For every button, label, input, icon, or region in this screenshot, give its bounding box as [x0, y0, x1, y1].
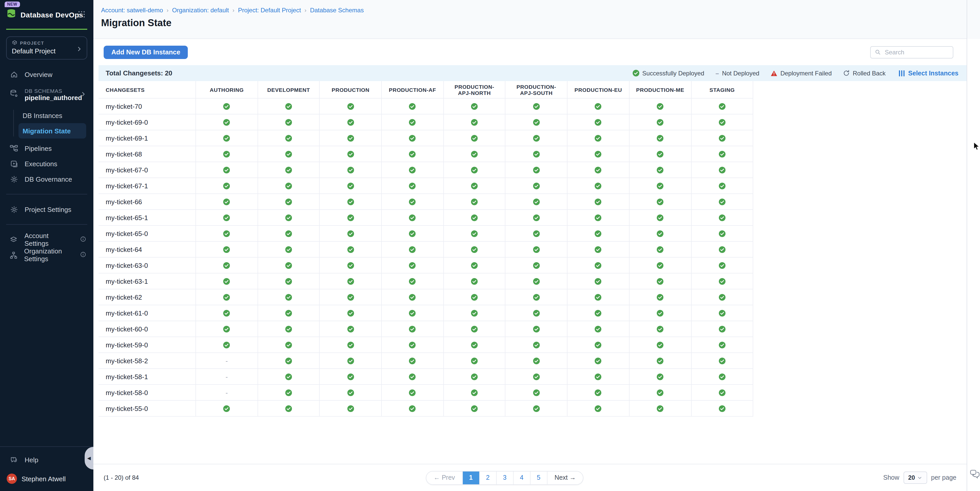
success-check-icon	[533, 358, 540, 364]
status-cell	[258, 337, 320, 353]
search-box[interactable]	[870, 46, 953, 58]
status-cell	[506, 369, 568, 385]
status-cell	[568, 99, 629, 114]
page-size-select[interactable]: 20	[903, 472, 927, 484]
page-size-group: Show 20 per page	[883, 472, 956, 484]
page-number-button[interactable]: 5	[530, 471, 547, 484]
status-cell	[506, 114, 568, 130]
status-cell	[320, 289, 382, 305]
status-cell	[320, 99, 382, 114]
success-check-icon	[347, 373, 354, 380]
status-cell	[506, 210, 568, 226]
legend-label: Not Deployed	[722, 70, 759, 77]
next-page-button[interactable]: Next →	[547, 471, 583, 484]
apps-grid-icon[interactable]	[78, 11, 85, 20]
success-check-icon	[657, 151, 663, 157]
brand-divider	[6, 29, 87, 30]
success-check-icon	[471, 358, 478, 364]
breadcrumb-link[interactable]: Organization: default	[172, 7, 229, 14]
page-number-button[interactable]: 4	[513, 471, 530, 484]
status-cell	[258, 226, 320, 242]
status-cell	[691, 130, 753, 146]
status-cell	[320, 353, 382, 369]
legend-label: Rolled Back	[853, 70, 886, 77]
status-cell	[568, 242, 629, 257]
info-icon[interactable]	[80, 251, 86, 259]
status-cell	[258, 353, 320, 369]
sidebar-item-overview[interactable]: Overview	[0, 67, 93, 82]
sidebar-item-db-schemas[interactable]: DB SCHEMAS pipeline_authored	[0, 84, 93, 105]
success-check-icon	[533, 151, 540, 157]
column-header: DEVELOPMENT	[258, 81, 320, 99]
status-cell	[568, 401, 629, 416]
table-header-row: CHANGESETSAUTHORINGDEVELOPMENTPRODUCTION…	[99, 81, 753, 99]
sidebar-item-migration-state[interactable]: Migration State	[19, 123, 86, 138]
sidebar-item-project-settings[interactable]: Project Settings	[0, 202, 93, 217]
help-button[interactable]: ? Help	[0, 452, 93, 467]
breadcrumb-link[interactable]: Database Schemas	[310, 7, 364, 14]
user-menu[interactable]: SA Stephen Atwell	[0, 467, 93, 491]
breadcrumb-link[interactable]: Account: satwell-demo	[101, 7, 163, 14]
sidebar-item-organization-settings[interactable]: Organization Settings	[0, 247, 93, 263]
breadcrumb-link[interactable]: Project: Default Project	[238, 7, 301, 14]
status-cell	[258, 257, 320, 273]
status-cell	[444, 130, 506, 146]
success-check-icon	[471, 103, 478, 110]
success-check-icon	[471, 405, 478, 412]
status-cell	[320, 257, 382, 273]
success-check-icon	[657, 262, 663, 269]
page-number-button[interactable]: 1	[462, 471, 479, 484]
status-cell	[630, 146, 691, 162]
column-header: PRODUCTION	[320, 81, 382, 99]
success-check-icon	[595, 310, 601, 316]
status-cell	[630, 369, 691, 385]
sidebar-item-db-governance[interactable]: DB Governance	[0, 172, 93, 187]
sidebar-item-db-instances[interactable]: DB Instances	[19, 108, 86, 123]
status-cell	[258, 210, 320, 226]
success-check-icon	[223, 103, 230, 110]
table-row: my-ticket-69-0	[99, 114, 753, 130]
success-check-icon	[719, 198, 725, 205]
right-edge-strip	[967, 0, 980, 491]
search-icon	[875, 49, 881, 56]
sidebar-item-pipelines[interactable]: Pipelines	[0, 141, 93, 156]
page-number-button[interactable]: 2	[479, 471, 496, 484]
legend-item: Deployment Failed	[771, 70, 832, 77]
db-schemas-subnav: DB Instances Migration State	[0, 108, 93, 138]
sidebar-item-executions[interactable]: Executions	[0, 156, 93, 172]
success-check-icon	[719, 342, 725, 348]
status-cell	[506, 289, 568, 305]
sidebar-item-account-settings[interactable]: Account Settings	[0, 232, 93, 247]
table-row: my-ticket-69-1	[99, 130, 753, 146]
status-cell: -	[196, 353, 258, 369]
governance-gear-icon	[10, 175, 18, 183]
status-cell	[196, 337, 258, 353]
legend-label: Successfully Deployed	[643, 70, 704, 77]
success-check-icon	[595, 405, 601, 412]
status-cell	[196, 226, 258, 242]
select-instances-button[interactable]: Select Instances	[899, 70, 958, 77]
success-check-icon	[533, 230, 540, 237]
status-cell	[382, 401, 444, 416]
info-icon[interactable]	[80, 236, 86, 243]
add-db-instance-button[interactable]: Add New DB Instance	[103, 45, 188, 59]
search-input[interactable]	[884, 48, 949, 56]
success-check-icon	[657, 183, 663, 189]
prev-page-button[interactable]: ← Prev	[426, 471, 462, 484]
sidebar-divider	[0, 447, 93, 447]
status-cell	[444, 289, 506, 305]
status-cell	[196, 273, 258, 289]
collapse-arrow-icon: ◀	[87, 456, 91, 461]
project-selector[interactable]: PROJECT Default Project	[6, 37, 87, 59]
home-icon	[10, 70, 18, 78]
success-check-icon	[409, 183, 416, 189]
success-check-icon	[595, 262, 601, 269]
status-cell	[382, 289, 444, 305]
status-cell	[382, 226, 444, 242]
success-check-icon	[657, 214, 663, 221]
page-number-button[interactable]: 3	[496, 471, 513, 484]
success-check-icon	[533, 342, 540, 348]
changeset-name: my-ticket-58-0	[99, 385, 196, 401]
chat-bubbles-icon[interactable]	[970, 469, 980, 481]
status-cell	[444, 178, 506, 194]
